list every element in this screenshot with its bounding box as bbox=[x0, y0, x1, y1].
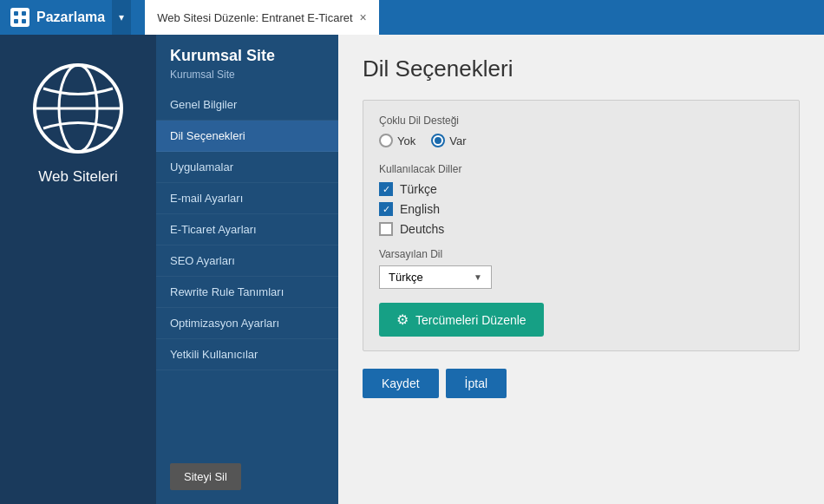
sidebar-title: Kurumsal Site bbox=[156, 35, 338, 69]
active-tab[interactable]: Web Sitesi Düzenle: Entranet E-Ticaret × bbox=[145, 0, 379, 35]
sidebar-item-label: Uygulamalar bbox=[170, 160, 233, 173]
tercumeler-button[interactable]: ⚙ Tercümeleri Düzenle bbox=[379, 303, 544, 337]
page-title: Dil Seçenekleri bbox=[363, 56, 800, 82]
sidebar-item-seo-ayarlari[interactable]: SEO Ayarları bbox=[156, 245, 338, 277]
radio-yok[interactable]: Yok bbox=[379, 134, 415, 147]
sidebar-item-genel-bilgiler[interactable]: Genel Bilgiler bbox=[156, 89, 338, 121]
sidebar-item-label: Optimizasyon Ayarları bbox=[170, 317, 279, 330]
radio-yok-circle bbox=[379, 134, 393, 147]
default-lang-select[interactable]: Türkçe ▼ bbox=[379, 265, 492, 289]
svg-rect-2 bbox=[14, 19, 18, 23]
sidebar: Kurumsal Site Kurumsal Site Genel Bilgil… bbox=[156, 35, 338, 504]
brand-dropdown-button[interactable]: ▾ bbox=[112, 0, 131, 35]
sidebar-item-eticaret-ayarlari[interactable]: E-Ticaret Ayarları bbox=[156, 214, 338, 245]
svg-rect-3 bbox=[22, 19, 26, 23]
sidebar-item-label: E-mail Ayarları bbox=[170, 192, 243, 205]
sidebar-item-email-ayarlari[interactable]: E-mail Ayarları bbox=[156, 183, 338, 214]
languages-section-label: Kullanılacak Diller bbox=[379, 163, 783, 175]
kaydet-button[interactable]: Kaydet bbox=[363, 369, 439, 398]
lang-item-deutchs: Deutchs bbox=[379, 222, 783, 236]
sidebar-item-dil-secenekleri[interactable]: Dil Seçenekleri bbox=[156, 121, 338, 152]
sidebar-item-yetkili-kullanici[interactable]: Yetkili Kullanıcılar bbox=[156, 339, 338, 370]
settings-card: Çoklu Dil Desteği Yok Var Kullanılacak D… bbox=[363, 100, 800, 351]
sidebar-item-label: Dil Seçenekleri bbox=[170, 129, 245, 142]
tab-close-button[interactable]: × bbox=[360, 11, 367, 23]
svg-rect-1 bbox=[22, 11, 26, 16]
lang-label-turkce: Türkçe bbox=[400, 182, 437, 196]
svg-rect-0 bbox=[14, 11, 18, 16]
tab-label: Web Sitesi Düzenle: Entranet E-Ticaret bbox=[157, 11, 352, 24]
radio-var-label: Var bbox=[449, 134, 466, 147]
main-layout: Web Siteleri Kurumsal Site Kurumsal Site… bbox=[0, 35, 824, 504]
lang-checkbox-turkce[interactable] bbox=[379, 182, 393, 196]
sidebar-item-uygulamalar[interactable]: Uygulamalar bbox=[156, 152, 338, 183]
bottom-actions: Kaydet İptal bbox=[363, 369, 800, 398]
lang-checkbox-deutchs[interactable] bbox=[379, 222, 393, 236]
sidebar-item-label: Genel Bilgiler bbox=[170, 98, 237, 111]
content-area: Dil Seçenekleri Çoklu Dil Desteği Yok Va… bbox=[338, 35, 824, 504]
default-lang-value: Türkçe bbox=[389, 271, 423, 284]
siteyi-sil-button[interactable]: Siteyi Sil bbox=[170, 463, 241, 490]
lang-item-turkce: Türkçe bbox=[379, 182, 783, 196]
lang-label-deutchs: Deutchs bbox=[400, 222, 444, 236]
tercumeler-btn-label: Tercümeleri Düzenle bbox=[415, 313, 526, 327]
lang-checkbox-english[interactable] bbox=[379, 202, 393, 216]
sidebar-item-label: Rewrite Rule Tanımları bbox=[170, 285, 284, 298]
sidebar-item-label: SEO Ayarları bbox=[170, 254, 235, 267]
multilang-label: Çoklu Dil Desteği bbox=[379, 115, 783, 127]
lang-label-english: English bbox=[400, 202, 440, 216]
radio-var[interactable]: Var bbox=[431, 134, 466, 147]
sidebar-subtitle: Kurumsal Site bbox=[156, 69, 338, 89]
brand-icon bbox=[10, 8, 29, 27]
select-arrow-icon: ▼ bbox=[474, 272, 482, 282]
sidebar-item-label: Yetkili Kullanıcılar bbox=[170, 348, 258, 361]
default-lang-label: Varsayılan Dil bbox=[379, 248, 783, 260]
lang-item-english: English bbox=[379, 202, 783, 216]
gear-icon: ⚙ bbox=[396, 311, 409, 328]
radio-yok-label: Yok bbox=[397, 134, 415, 147]
brand-label: Pazarlama bbox=[36, 10, 105, 25]
brand-area: Pazarlama ▾ bbox=[0, 0, 141, 35]
radio-var-circle bbox=[431, 134, 445, 147]
iptal-button[interactable]: İptal bbox=[446, 369, 507, 398]
topbar: Pazarlama ▾ Web Sitesi Düzenle: Entranet… bbox=[0, 0, 824, 35]
globe-icon bbox=[30, 61, 126, 156]
sidebar-item-rewrite-rule[interactable]: Rewrite Rule Tanımları bbox=[156, 277, 338, 308]
left-panel: Web Siteleri bbox=[0, 35, 156, 504]
sidebar-item-optimizasyon[interactable]: Optimizasyon Ayarları bbox=[156, 308, 338, 339]
sidebar-item-label: E-Ticaret Ayarları bbox=[170, 223, 257, 236]
multilang-radio-group: Yok Var bbox=[379, 134, 783, 147]
web-siteleri-label: Web Siteleri bbox=[38, 168, 117, 186]
